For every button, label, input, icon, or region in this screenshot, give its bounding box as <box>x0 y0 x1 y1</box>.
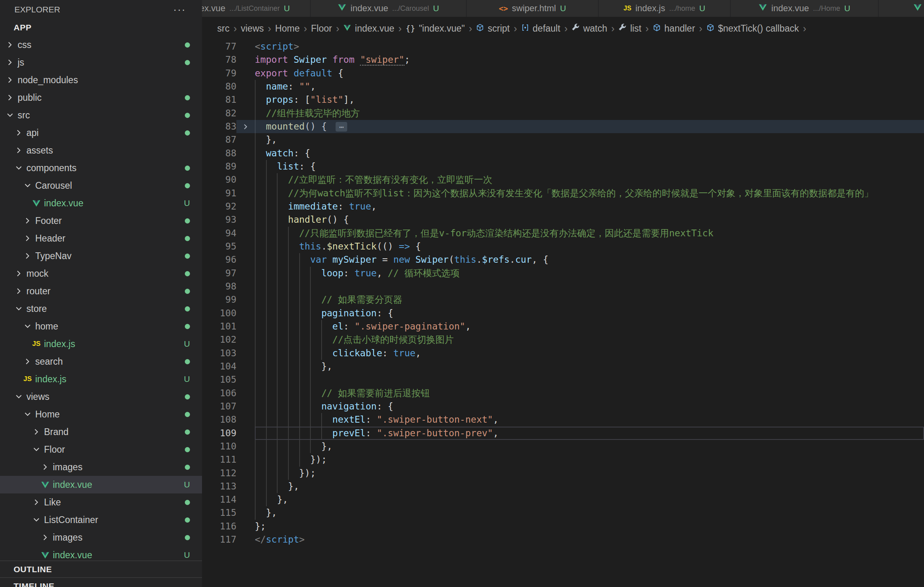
breadcrumb-item-handler[interactable]: handler <box>653 23 695 34</box>
breadcrumb-item-src[interactable]: src <box>217 23 230 34</box>
code-line-92[interactable]: 92immediate: true, <box>202 200 924 213</box>
tree-item-src[interactable]: src <box>0 106 202 124</box>
fold-collapsed-icon[interactable] <box>236 120 255 133</box>
tab-index-vue[interactable]: index.vue <box>879 0 924 17</box>
tree-item-node-modules[interactable]: node_modules <box>0 71 202 89</box>
code-line-97[interactable]: 97loop: true, // 循环模式选项 <box>202 267 924 280</box>
tree-item-api[interactable]: api <box>0 124 202 142</box>
tree-item-home[interactable]: Home <box>0 405 202 423</box>
code-line-94[interactable]: 94//只能监听到数据已经有了，但是v-for动态渲染结构还是没有办法确定，因此… <box>202 227 924 240</box>
code-line-98[interactable]: 98 <box>202 280 924 293</box>
tree-item-floor[interactable]: Floor <box>0 441 202 458</box>
breadcrumb-item-index-vue[interactable]: index.vue <box>343 23 394 34</box>
chevron-right-icon[interactable] <box>3 76 17 84</box>
chevron-down-icon[interactable] <box>12 304 26 313</box>
chevron-right-icon[interactable] <box>38 533 52 542</box>
code-line-114[interactable]: 114}, <box>202 493 924 506</box>
code-line-87[interactable]: 87}, <box>202 133 924 146</box>
breadcrumb-item-floor[interactable]: Floor <box>311 23 332 34</box>
code-line-77[interactable]: 77<script> <box>202 40 924 53</box>
chevron-right-icon[interactable] <box>12 146 26 155</box>
code-editor[interactable]: 77<script>78import Swiper from "swiper";… <box>202 40 924 587</box>
code-line-117[interactable]: 117</script> <box>202 533 924 546</box>
chevron-down-icon[interactable] <box>12 392 26 401</box>
chevron-down-icon[interactable] <box>3 111 17 120</box>
code-line-113[interactable]: 113}, <box>202 480 924 493</box>
tab-index-vue[interactable]: index.vue.../HomeU <box>731 0 879 17</box>
code-line-104[interactable]: 104}, <box>202 360 924 373</box>
breadcrumb-item-list[interactable]: list <box>618 23 641 34</box>
code-line-110[interactable]: 110}, <box>202 440 924 453</box>
code-line-83[interactable]: 83mounted() { ⋯ <box>202 120 924 133</box>
code-line-100[interactable]: 100pagination: { <box>202 307 924 320</box>
chevron-down-icon[interactable] <box>21 410 34 419</box>
code-line-101[interactable]: 101el: ".swiper-pagination", <box>202 320 924 333</box>
tree-item-listcontainer[interactable]: ListContainer <box>0 511 202 529</box>
tree-item-js[interactable]: js <box>0 54 202 71</box>
breadcrumb-item-home[interactable]: Home <box>275 23 300 34</box>
tree-item-brand[interactable]: Brand <box>0 423 202 441</box>
code-line-89[interactable]: 89list: { <box>202 160 924 173</box>
tree-item-carousel[interactable]: Carousel <box>0 177 202 194</box>
code-line-116[interactable]: 116}; <box>202 520 924 533</box>
breadcrumb-item-default[interactable]: default <box>521 23 560 34</box>
chevron-down-icon[interactable] <box>30 445 43 454</box>
tree-item-index-js[interactable]: JSindex.jsU <box>0 335 202 353</box>
code-line-96[interactable]: 96var mySwiper = new Swiper(this.$refs.c… <box>202 253 924 266</box>
code-line-112[interactable]: 112}); <box>202 467 924 480</box>
code-line-91[interactable]: 91//为何watch监听不到list：因为这个数据从来没有发生变化「数据是父亲… <box>202 187 924 200</box>
chevron-right-icon[interactable] <box>3 93 17 102</box>
code-line-111[interactable]: 111}); <box>202 453 924 466</box>
chevron-right-icon[interactable] <box>21 357 34 366</box>
code-line-107[interactable]: 107navigation: { <box>202 400 924 413</box>
code-line-105[interactable]: 105 <box>202 373 924 386</box>
folded-code-ellipsis[interactable]: ⋯ <box>336 122 347 132</box>
chevron-right-icon[interactable] <box>12 128 26 137</box>
tab-index-vue[interactable]: index.vue.../CarouselU <box>311 0 467 17</box>
tree-item-css[interactable]: css <box>0 36 202 54</box>
chevron-right-icon[interactable] <box>38 463 52 471</box>
code-line-103[interactable]: 103clickable: true, <box>202 347 924 360</box>
chevron-right-icon[interactable] <box>12 269 26 278</box>
code-line-81[interactable]: 81props: ["list"], <box>202 93 924 106</box>
chevron-down-icon[interactable] <box>30 515 43 524</box>
tree-item-images[interactable]: images <box>0 529 202 546</box>
code-line-102[interactable]: 102//点击小球的时候页切换图片 <box>202 333 924 346</box>
code-line-108[interactable]: 108nextEl: ".swiper-button-next", <box>202 413 924 426</box>
chevron-right-icon[interactable] <box>12 287 26 295</box>
breadcrumb-item--index-vue-[interactable]: {}"index.vue" <box>406 23 465 34</box>
chevron-down-icon[interactable] <box>12 164 26 172</box>
tree-item-index-vue[interactable]: index.vueU <box>0 476 202 493</box>
tree-item-search[interactable]: search <box>0 353 202 370</box>
tree-item-header[interactable]: Header <box>0 230 202 247</box>
tree-item-footer[interactable]: Footer <box>0 212 202 230</box>
code-line-95[interactable]: 95this.$nextTick(() => { <box>202 240 924 253</box>
tree-item-components[interactable]: components <box>0 159 202 177</box>
tree-item-images[interactable]: images <box>0 458 202 476</box>
code-line-115[interactable]: 115}, <box>202 506 924 519</box>
breadcrumb-item-watch[interactable]: watch <box>572 23 607 34</box>
more-actions-icon[interactable]: ··· <box>173 4 186 16</box>
code-line-90[interactable]: 90//立即监听：不管数据有没有变化，立即监听一次 <box>202 173 924 186</box>
code-line-80[interactable]: 80name: "", <box>202 80 924 93</box>
tab-swiper-html[interactable]: <>swiper.htmlU <box>467 0 599 17</box>
chevron-right-icon[interactable] <box>21 252 34 260</box>
code-line-93[interactable]: 93handler() { <box>202 213 924 226</box>
tree-item-index-vue[interactable]: index.vueU <box>0 194 202 212</box>
code-line-88[interactable]: 88watch: { <box>202 147 924 160</box>
tab-index-vue[interactable]: index.vue.../ListContainerU <box>202 0 311 17</box>
tree-item-assets[interactable]: assets <box>0 142 202 159</box>
section-header-app[interactable]: APP <box>0 19 202 36</box>
chevron-right-icon[interactable] <box>3 40 17 49</box>
tree-item-index-js[interactable]: JSindex.jsU <box>0 370 202 388</box>
tree-item-store[interactable]: store <box>0 300 202 317</box>
tree-item-router[interactable]: router <box>0 282 202 300</box>
tree-item-typenav[interactable]: TypeNav <box>0 247 202 265</box>
section-header-timeline[interactable]: TIMELINE <box>0 577 202 587</box>
code-line-106[interactable]: 106// 如果需要前进后退按钮 <box>202 387 924 400</box>
code-line-79[interactable]: 79export default { <box>202 67 924 80</box>
chevron-right-icon[interactable] <box>21 216 34 225</box>
section-header-outline[interactable]: OUTLINE <box>0 561 202 577</box>
code-line-99[interactable]: 99// 如果需要分页器 <box>202 293 924 306</box>
code-line-82[interactable]: 82//组件挂载完毕的地方 <box>202 107 924 120</box>
